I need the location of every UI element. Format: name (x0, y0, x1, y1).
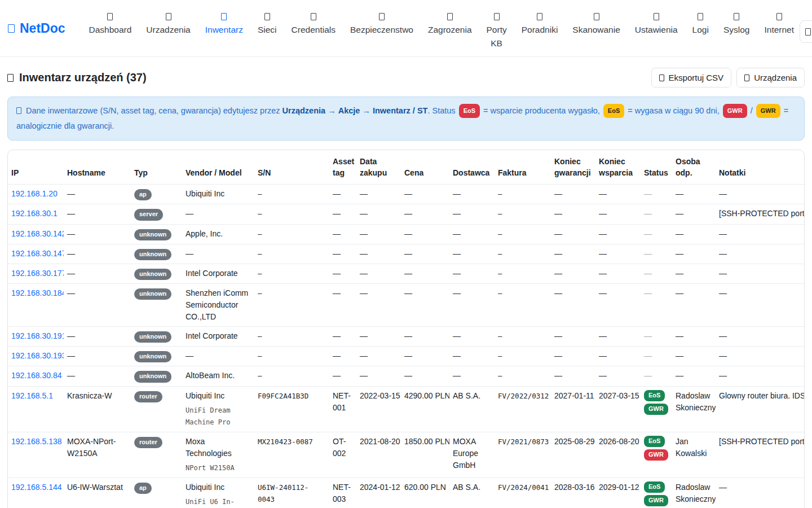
nav-item-sieci[interactable]: Sieci (258, 6, 277, 37)
nav-item-ustawienia[interactable]: Ustawienia (635, 6, 678, 37)
nav-item-syslog[interactable]: Syslog (723, 6, 750, 37)
ip-link[interactable]: 192.168.5.138 (11, 437, 62, 446)
cell-typ: router (131, 432, 182, 478)
cell-owner: — (672, 244, 716, 264)
devices-icon (744, 75, 749, 81)
ip-link[interactable]: 192.168.1.20 (11, 189, 58, 198)
ip-link[interactable]: 192.168.30.191 (11, 331, 64, 340)
cell-notes: — (716, 244, 804, 264)
nav-overflow-button[interactable] (800, 20, 812, 43)
nav-item-internet[interactable]: Internet (764, 6, 794, 37)
ip-link[interactable]: 192.168.5.1 (11, 391, 53, 400)
cell-typ: router (131, 386, 182, 432)
ip-link[interactable]: 192.168.30.142 (11, 229, 64, 238)
cell-support-end: 2026-08-20 (595, 432, 641, 478)
cell-notes: — (716, 347, 804, 366)
banner-badge-eos-red: EoS (459, 104, 480, 118)
nav-item-bezpieczenstwo[interactable]: Bezpieczenstwo (350, 6, 413, 37)
table-row: 192.168.5.138MOXA-NPort-W2150ArouterMoxa… (8, 432, 804, 478)
nav-item-urzadzenia[interactable]: Urzadzenia (146, 6, 190, 37)
cell-typ: ap (131, 478, 182, 508)
cell-invoice: – (495, 347, 551, 366)
typ-badge-ap: ap (134, 483, 152, 494)
cell-typ: unknown (131, 244, 182, 264)
cell-hostname: — (64, 224, 131, 244)
ip-link[interactable]: 192.168.30.184 (11, 288, 64, 297)
cell-owner: Radoslaw Skonieczny (672, 386, 716, 432)
ip-link[interactable]: 192.168.30.1 (11, 209, 58, 218)
cell-price: 620.00 PLN (401, 478, 449, 508)
typ-badge-unknown: unknown (134, 229, 171, 240)
cell-notes: [SSH-PROTECTED port=4 (716, 432, 804, 478)
nav-item-porty-kb[interactable]: Porty KB (487, 6, 507, 50)
cell-notes: — (716, 264, 804, 283)
ip-link[interactable]: 192.168.5.144 (11, 483, 62, 492)
nav-item-label: Sieci (258, 23, 277, 37)
cell-hostname: — (64, 366, 131, 386)
cell-ip: 192.168.1.20 (8, 185, 64, 204)
inventory-table-container: IPHostnameTypVendor / ModelS/NAsset tagD… (7, 150, 805, 508)
cell-asset-tag: — (329, 204, 356, 224)
internet-icon (776, 13, 782, 20)
nav-item-logi[interactable]: Logi (692, 6, 709, 37)
cell-invoice: – (495, 244, 551, 264)
syslog-icon (734, 13, 739, 20)
table-row: 192.168.5.144U6-IW-WarsztatapUbiquiti In… (8, 478, 804, 508)
cell-price: — (401, 284, 449, 327)
cell-ip: 192.168.30.84 (8, 366, 64, 386)
urz-dzenia-button[interactable]: Urządzenia (736, 68, 805, 87)
cell-invoice: – (495, 185, 551, 204)
cell-ip: 192.168.5.144 (8, 478, 64, 508)
nav-item-skanowanie[interactable]: Skanowanie (572, 6, 620, 37)
cell-hostname: — (64, 327, 131, 347)
typ-badge-unknown: unknown (134, 351, 171, 362)
cell-warranty-end: — (551, 264, 595, 283)
nav-item-dashboard[interactable]: Dashboard (89, 6, 132, 37)
ip-link[interactable]: 192.168.30.147 (11, 249, 64, 258)
cell-owner: — (672, 327, 716, 347)
nav-item-inwentarz[interactable]: Inwentarz (205, 6, 243, 37)
vendor-name: Ubiquiti Inc (186, 188, 250, 200)
cell-warranty-end: 2025-08-29 (551, 432, 595, 478)
col-osoba-odp: Osoba odp. (672, 150, 716, 185)
cell-status: EoSGWR (641, 432, 672, 478)
cell-typ: unknown (131, 284, 182, 327)
status-badge-eos-green: EoS (644, 436, 665, 447)
status-badges: EoSGWR (644, 436, 668, 461)
cell-support-end: — (595, 366, 641, 386)
nav-item-zagrozenia[interactable]: Zagrozenia (428, 6, 472, 37)
netdoc-logo-icon (8, 24, 15, 33)
nav-item-poradniki[interactable]: Poradniki (522, 6, 558, 37)
cell-hostname: U6-IW-Warsztat (64, 478, 131, 508)
eksportuj-csv-button[interactable]: Eksportuj CSV (651, 68, 732, 87)
cell-serial-number: U6IW-240112-0043 (254, 478, 329, 508)
cell-serial-number: – (254, 244, 329, 264)
status-empty-dash: — (644, 209, 652, 218)
cell-price: 1850.00 PLN (401, 432, 449, 478)
cell-status: — (641, 347, 672, 366)
ip-link[interactable]: 192.168.30.193 (11, 351, 64, 360)
ip-link[interactable]: 192.168.30.177 (11, 269, 64, 278)
nav-item-label: Internet (764, 23, 794, 37)
cell-price: — (401, 204, 449, 224)
nav-items: DashboardUrzadzeniaInwentarzSieciCredent… (89, 6, 812, 50)
table-row: 192.168.1.20—apUbiquiti Inc–————–————— (8, 185, 804, 204)
ip-link[interactable]: 192.168.30.84 (11, 371, 62, 380)
cell-price: — (401, 327, 449, 347)
cell-typ: server (131, 204, 182, 224)
cell-status: — (641, 244, 672, 264)
status-empty-dash: — (644, 288, 652, 297)
cell-warranty-end: — (551, 185, 595, 204)
banner-badge-gwr-red: GWR (723, 104, 747, 118)
col-koniec-gwarancji: Koniec gwarancji (551, 150, 595, 185)
nav-item-label: Ustawienia (635, 23, 678, 37)
cell-supplier: AB S.A. (449, 386, 495, 432)
cell-price: — (401, 244, 449, 264)
credentials-icon (311, 13, 316, 20)
col-vendor-model: Vendor / Model (182, 150, 254, 185)
brand[interactable]: NetDoc (8, 21, 65, 36)
table-row: 192.168.30.191—unknownIntel Corporate–——… (8, 327, 804, 347)
cell-supplier: — (449, 244, 495, 264)
cell-owner: Jan Kowalski (672, 432, 716, 478)
nav-item-credentials[interactable]: Credentials (292, 6, 336, 37)
